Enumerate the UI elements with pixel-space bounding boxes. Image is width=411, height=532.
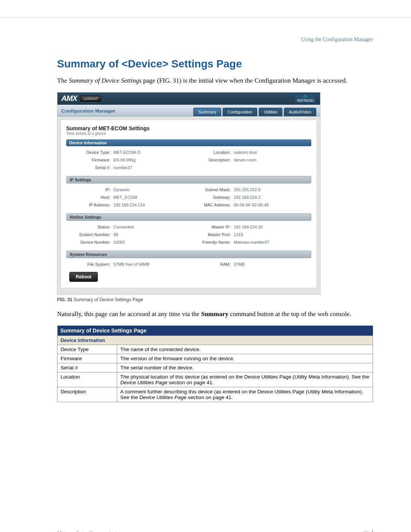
screenshot-body: Summary of MET-ECOM Settings View detail… (61, 120, 317, 288)
table-row: Device Type The name of the connected de… (57, 345, 373, 354)
kv-value: 1319 (234, 232, 302, 237)
kv-label: System Number: (68, 232, 110, 237)
desc-em: Device Utilities Page (120, 380, 167, 385)
kv-value: Dynamic (113, 187, 182, 192)
kv-value: Metreau-number37 (234, 240, 302, 244)
row-label: Location (57, 372, 117, 387)
kv-label: MAC Address: (185, 203, 231, 207)
kv-value: 57MB free of 59MB (113, 262, 182, 267)
kv-label: Serial #: (68, 165, 110, 170)
table-row: Serial # The serial number of the device… (57, 363, 373, 372)
kv-value (234, 165, 302, 170)
footer-left: Metreau Entry Communicators (57, 530, 123, 532)
kv-value: 192.168.224.2 (234, 195, 302, 200)
tab-configuration[interactable]: Configuration (223, 108, 257, 116)
table-row: Firmware The version of the firmware run… (57, 354, 373, 363)
kv-value: 255.255.252.0 (234, 187, 302, 192)
figure-caption: FIG. 31 Summary of Device Settings Page (57, 297, 373, 302)
table-header: Summary of Device Settings Page (57, 326, 373, 336)
section-netlinx-settings: Netlinx Settings (66, 213, 311, 221)
kv-label: IP Address: (68, 203, 110, 207)
kv-label: Subnet Mask: (185, 187, 231, 192)
logout-button[interactable]: LOGOUT (80, 96, 101, 102)
kv-value: 00-06-9F-92-08-40 (234, 203, 302, 207)
intro-pre: The (57, 77, 69, 84)
kv-value: MET-ECOM-D (113, 150, 182, 155)
p2-post: command button at the top of the web con… (228, 310, 351, 318)
row-label: Serial # (57, 363, 117, 372)
row-label: Device Type (57, 345, 117, 354)
section-title: Summary of <Device> Settings Page (57, 58, 373, 70)
p2-strong: Summary (201, 310, 228, 318)
row-desc: The serial number of the device. (117, 363, 373, 372)
kv-label: Device Number: (68, 240, 110, 244)
footer-page-number: 35 (363, 530, 369, 532)
row-desc: A comment further describing this device… (117, 387, 373, 402)
row-desc: The physical location of this device (as… (117, 372, 373, 387)
kv-label: Host: (68, 195, 110, 200)
desc-post: section on page 41. (167, 380, 214, 385)
kv-label: Description: (185, 158, 231, 162)
kv-label: Master IP: (185, 225, 231, 229)
row-desc: The version of the firmware running on t… (117, 354, 373, 363)
kv-value: 192.168.224.32 (234, 225, 302, 229)
kv-label: Gateway: (185, 195, 231, 200)
system-resources-grid: File System:57MB free of 59MBRAM:37MB (66, 260, 311, 270)
kv-label: Location: (185, 150, 231, 155)
table-row: Location The physical location of this d… (57, 372, 373, 387)
row-label: Firmware (57, 354, 117, 363)
section-device-info: Device Information (66, 139, 311, 146)
ip-settings-grid: IP:DynamicSubnet Mask:255.255.252.0 Host… (66, 186, 311, 210)
table-row: Description A comment further describing… (57, 387, 373, 402)
kv-value: Connected (113, 225, 182, 229)
row-desc: The name of the connected device. (117, 345, 373, 354)
kv-value: 37MB (234, 262, 302, 267)
kv-label: Firmware: (68, 158, 110, 162)
reboot-button[interactable]: Reboot (69, 272, 98, 282)
kv-value: nateont door (234, 150, 302, 155)
table-subheader: Device Information (57, 335, 373, 345)
intro-em: Summary of Device Settings (69, 77, 142, 84)
section-system-resources: System Resources (66, 251, 311, 258)
kv-label: Device Type: (68, 150, 110, 155)
section-ip-settings: IP Settings (66, 176, 311, 184)
screenshot-figure: AMX LOGOUT ⟳ REFRESH Configuration Manag… (57, 92, 320, 295)
amx-logo-area: AMX LOGOUT (61, 94, 101, 103)
summary-heading: Summary of MET-ECOM Settings (66, 125, 311, 131)
kv-value: 192.168.224.114 (113, 203, 182, 207)
p2-pre: Naturally, this page can be accessed at … (57, 310, 201, 318)
refresh-label: REFRESH (297, 99, 314, 102)
page-header: Using the Configuration Manager (57, 37, 373, 43)
kv-label: IP: (68, 187, 110, 192)
paragraph-2: Naturally, this page can be accessed at … (57, 310, 373, 319)
desc-post: section on page 41. (186, 395, 233, 400)
kv-value: 10002 (113, 240, 182, 244)
kv-value: steves room (234, 158, 302, 162)
kv-label: RAM: (185, 262, 231, 267)
tab-bar: Configuration Manager Summary Configurat… (57, 105, 320, 117)
netlinx-settings-grid: Status:ConnectedMaster IP:192.168.224.32… (66, 223, 311, 248)
summary-sub: View details at a glance (66, 131, 311, 136)
kv-label: Master Port: (185, 232, 231, 237)
intro-paragraph: The Summary of Device Settings page (FIG… (57, 77, 373, 85)
config-manager-title: Configuration Manager (61, 108, 115, 116)
description-table: Summary of Device Settings Page Device I… (57, 326, 373, 402)
row-label: Description (57, 387, 117, 402)
kv-label (185, 165, 231, 170)
tab-utilities[interactable]: Utilities (259, 108, 282, 116)
kv-label: File System: (68, 262, 110, 267)
device-info-grid: Device Type:MET-ECOM-DLocation:nateont d… (66, 149, 311, 173)
fig-label: FIG. 31 (57, 297, 72, 302)
tab-summary[interactable]: Summary (193, 108, 221, 116)
kv-value: 49 (113, 232, 182, 237)
intro-post: page (FIG. 31) is the initial view when … (142, 77, 347, 84)
fig-text: Summary of Device Settings Page (73, 297, 143, 302)
desc-em: Device Utilities Page (139, 395, 186, 400)
screenshot-topbar: AMX LOGOUT ⟳ REFRESH (57, 93, 320, 105)
kv-value: EN.99.995g (113, 158, 182, 162)
tab-audiovideo[interactable]: Audio/Video (284, 108, 316, 116)
page-footer: Metreau Entry Communicators 35 (57, 530, 373, 532)
refresh-button[interactable]: ⟳ REFRESH (295, 93, 316, 104)
kv-value: MET_ECOM (113, 195, 182, 200)
kv-value: number37 (113, 165, 182, 170)
